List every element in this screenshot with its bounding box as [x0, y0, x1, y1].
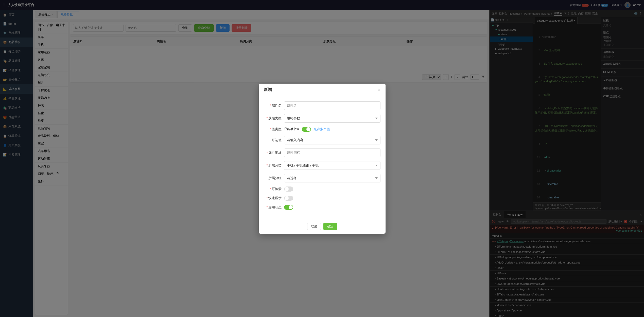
- modal-footer: 取消 确定: [259, 219, 386, 234]
- form-row-attr-icon: 属性图标: [264, 148, 380, 157]
- cancel-button[interactable]: 取消: [307, 223, 321, 230]
- attr-name-label: 属性名: [264, 103, 284, 108]
- searchable-toggle[interactable]: [284, 187, 293, 192]
- attr-icon-field[interactable]: [284, 148, 380, 157]
- attr-icon-label: 属性图标: [264, 151, 284, 155]
- attr-name-field[interactable]: [284, 101, 380, 110]
- form-row-category: 所属分类 手机 / 手机通讯 / 手机: [264, 161, 380, 170]
- sub-category-select[interactable]: 请选择: [284, 174, 380, 182]
- modal-close-button[interactable]: ×: [378, 87, 380, 92]
- modal-dialog: 新增 × 属性名 属性类型 规格参数 值类型 只能单个值: [259, 84, 386, 234]
- value-type-label: 值类型: [264, 127, 284, 132]
- optional-label: 可选值: [264, 138, 284, 142]
- form-row-value-type: 值类型 只能单个值 允许多个值: [264, 127, 380, 132]
- single-value-label: 只能单个值: [284, 127, 299, 131]
- modal-title: 新增: [264, 87, 272, 92]
- value-type-toggle-group: 只能单个值 允许多个值: [284, 127, 330, 132]
- form-row-searchable: 可检索: [264, 187, 380, 192]
- searchable-label: 可检索: [264, 187, 284, 191]
- form-row-optional: 可选值 请输入内容: [264, 136, 380, 144]
- status-label: 启用状态: [264, 205, 284, 210]
- modal-body: 属性名 属性类型 规格参数 值类型 只能单个值 允许多个值: [259, 96, 386, 219]
- multi-value-toggle[interactable]: [302, 127, 311, 132]
- form-row-quick-show: 快速展示: [264, 196, 380, 201]
- status-toggle[interactable]: [284, 205, 293, 210]
- form-row-sub-category: 所属分组 请选择: [264, 174, 380, 182]
- modal-header: 新增 ×: [259, 84, 386, 96]
- quick-show-toggle[interactable]: [284, 196, 293, 201]
- sub-category-label: 所属分组: [264, 176, 284, 180]
- form-row-attr-name: 属性名: [264, 101, 380, 110]
- attr-type-label: 属性类型: [264, 116, 284, 121]
- confirm-button[interactable]: 确定: [323, 223, 337, 230]
- attr-type-select[interactable]: 规格参数: [284, 114, 380, 123]
- modal-overlay: 新增 × 属性名 属性类型 规格参数 值类型 只能单个值: [0, 0, 644, 317]
- multi-value-label: 允许多个值: [314, 127, 330, 132]
- category-select[interactable]: 手机 / 手机通讯 / 手机: [284, 161, 380, 170]
- category-label: 所属分类: [264, 163, 284, 168]
- optional-select[interactable]: 请输入内容: [284, 136, 380, 144]
- form-row-status: 启用状态: [264, 205, 380, 210]
- quick-show-label: 快速展示: [264, 196, 284, 200]
- form-row-attr-type: 属性类型 规格参数: [264, 114, 380, 123]
